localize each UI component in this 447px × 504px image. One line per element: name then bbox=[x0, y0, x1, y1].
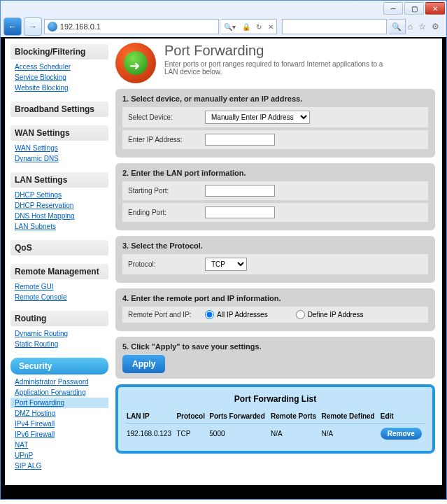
sidebar-link-sip-alg[interactable]: SIP ALG bbox=[10, 461, 108, 471]
col-protocol: Protocol bbox=[175, 410, 208, 424]
enter-ip-input[interactable] bbox=[205, 134, 275, 146]
address-bar[interactable]: 192.168.0.1 bbox=[44, 19, 219, 34]
sidebar-link-service-blocking[interactable]: Service Blocking bbox=[10, 72, 108, 83]
sidebar-link-dns-host-mapping[interactable]: DNS Host Mapping bbox=[10, 211, 108, 221]
page-frame: Blocking/FilteringAccess SchedulerServic… bbox=[1, 37, 446, 499]
select-device-dropdown[interactable]: Manually Enter IP Address bbox=[205, 111, 310, 124]
ie-icon bbox=[48, 22, 57, 31]
sidebar-link-ipv-firewall[interactable]: IPv4 Firewall bbox=[10, 419, 108, 429]
apply-button[interactable]: Apply bbox=[122, 355, 165, 373]
browser-window: ─ ▢ ✕ ← → 192.168.0.1 🔍▾ 🔒 ↻ ✕ 🔍 ⌂ ☆ ⚙ B… bbox=[0, 0, 447, 500]
maximize-button[interactable]: ▢ bbox=[404, 2, 424, 15]
port-forwarding-icon: ➜ bbox=[115, 43, 156, 83]
step5-panel: 5. Click "Apply" to save your settings. … bbox=[115, 337, 435, 379]
forwarding-table: LAN IP Protocol Ports Forwarded Remote P… bbox=[125, 410, 425, 444]
col-lanip: LAN IP bbox=[125, 410, 175, 424]
select-device-label: Select Device: bbox=[128, 113, 205, 121]
step1-title: 1. Select device, or manually enter an I… bbox=[122, 94, 428, 103]
page-subtitle: Enter ports or port ranges required to f… bbox=[164, 60, 388, 76]
sidebar-section-remote-management[interactable]: Remote Management bbox=[10, 264, 108, 279]
lock-icon: 🔒 bbox=[242, 23, 250, 31]
sidebar-link-administrator-password[interactable]: Administrator Password bbox=[10, 377, 108, 387]
stop-icon[interactable]: ✕ bbox=[268, 23, 274, 31]
sidebar-link-port-forwarding[interactable]: Port Forwarding bbox=[10, 398, 108, 408]
col-remote-def: Remote Defined bbox=[320, 410, 379, 424]
page-title: Port Forwarding bbox=[164, 43, 388, 59]
sidebar-link-static-routing[interactable]: Static Routing bbox=[10, 339, 108, 349]
all-ip-radio[interactable] bbox=[205, 310, 214, 319]
refresh-icon[interactable]: ↻ bbox=[256, 23, 262, 31]
sidebar-link-ipv-firewall[interactable]: IPv6 Firewall bbox=[10, 429, 108, 440]
page-header: ➜ Port Forwarding Enter ports or port ra… bbox=[115, 43, 435, 83]
enter-ip-label: Enter IP Address: bbox=[128, 136, 205, 144]
step1-panel: 1. Select device, or manually enter an I… bbox=[115, 89, 435, 158]
remove-button[interactable]: Remove bbox=[381, 428, 422, 440]
sidebar-section-lan-settings[interactable]: LAN Settings bbox=[10, 172, 108, 188]
step4-title: 4. Enter the remote port and IP informat… bbox=[122, 294, 428, 302]
protocol-dropdown[interactable]: TCP bbox=[205, 258, 247, 271]
starting-port-input[interactable] bbox=[205, 185, 275, 197]
table-row: 192.168.0.123 TCP 5000 N/A N/A Remove bbox=[125, 424, 425, 444]
url-text: 192.168.0.1 bbox=[60, 22, 101, 31]
gear-icon[interactable]: ⚙ bbox=[432, 22, 439, 31]
ending-port-input[interactable] bbox=[205, 206, 275, 218]
sidebar-link-upnp[interactable]: UPnP bbox=[10, 450, 108, 461]
browser-toolbar: ← → 192.168.0.1 🔍▾ 🔒 ↻ ✕ 🔍 ⌂ ☆ ⚙ bbox=[1, 16, 446, 37]
sidebar-link-remote-gui[interactable]: Remote GUI bbox=[10, 281, 108, 292]
sidebar-link-dmz-hosting[interactable]: DMZ Hosting bbox=[10, 408, 108, 419]
step3-title: 3. Select the Protocol. bbox=[122, 241, 428, 250]
list-title: Port Forwarding List bbox=[125, 394, 425, 404]
home-icon[interactable]: ⌂ bbox=[408, 22, 413, 31]
sidebar-link-remote-console[interactable]: Remote Console bbox=[10, 292, 108, 302]
sidebar-section-routing[interactable]: Routing bbox=[10, 311, 108, 326]
step4-panel: 4. Enter the remote port and IP informat… bbox=[115, 288, 435, 331]
sidebar-section-broadband-settings[interactable]: Broadband Settings bbox=[10, 102, 108, 117]
sidebar-link-lan-subnets[interactable]: LAN Subnets bbox=[10, 221, 108, 232]
sidebar-link-nat[interactable]: NAT bbox=[10, 440, 108, 450]
search-box[interactable] bbox=[282, 19, 387, 34]
define-ip-radio[interactable] bbox=[296, 310, 305, 319]
col-ports: Ports Forwarded bbox=[208, 410, 269, 424]
url-controls: 🔍▾ 🔒 ↻ ✕ bbox=[221, 19, 277, 34]
content: ➜ Port Forwarding Enter ports or port ra… bbox=[108, 38, 442, 485]
back-button[interactable]: ← bbox=[3, 18, 22, 36]
sidebar-link-website-blocking[interactable]: Website Blocking bbox=[10, 83, 108, 93]
sidebar-section-wan-settings[interactable]: WAN Settings bbox=[10, 125, 108, 141]
ending-port-label: Ending Port: bbox=[128, 209, 205, 216]
step5-title: 5. Click "Apply" to save your settings. bbox=[122, 342, 428, 351]
close-button[interactable]: ✕ bbox=[425, 2, 445, 15]
col-edit: Edit bbox=[379, 410, 425, 424]
favorites-icon[interactable]: ☆ bbox=[418, 22, 426, 31]
step2-panel: 2. Enter the LAN port information. Start… bbox=[115, 163, 435, 230]
sidebar-link-dynamic-routing[interactable]: Dynamic Routing bbox=[10, 328, 108, 339]
step3-panel: 3. Select the Protocol. Protocol: TCP bbox=[115, 236, 435, 283]
step2-title: 2. Enter the LAN port information. bbox=[122, 169, 428, 177]
remote-label: Remote Port and IP: bbox=[128, 311, 205, 318]
sidebar-link-access-scheduler[interactable]: Access Scheduler bbox=[10, 62, 108, 72]
forwarding-list-panel: Port Forwarding List LAN IP Protocol Por… bbox=[115, 384, 435, 454]
protocol-label: Protocol: bbox=[128, 260, 205, 268]
define-ip-option[interactable]: Define IP Address bbox=[296, 310, 364, 319]
minimize-button[interactable]: ─ bbox=[383, 2, 403, 15]
page: Blocking/FilteringAccess SchedulerServic… bbox=[5, 38, 442, 485]
sidebar-section-qos[interactable]: QoS bbox=[10, 240, 108, 255]
col-remote-ports: Remote Ports bbox=[269, 410, 320, 424]
starting-port-label: Starting Port: bbox=[128, 187, 205, 195]
forward-button[interactable]: → bbox=[24, 18, 42, 36]
sidebar-link-dhcp-reservation[interactable]: DHCP Reservation bbox=[10, 200, 108, 211]
search-button[interactable]: 🔍 bbox=[389, 19, 406, 34]
sidebar-link-dhcp-settings[interactable]: DHCP Settings bbox=[10, 190, 108, 200]
sidebar-link-wan-settings[interactable]: WAN Settings bbox=[10, 143, 108, 153]
window-titlebar: ─ ▢ ✕ bbox=[1, 1, 446, 16]
toolbar-right: ⌂ ☆ ⚙ bbox=[408, 22, 444, 31]
sidebar-link-dynamic-dns[interactable]: Dynamic DNS bbox=[10, 153, 108, 164]
sidebar: Blocking/FilteringAccess SchedulerServic… bbox=[5, 38, 108, 485]
sidebar-section-security[interactable]: Security bbox=[10, 358, 108, 374]
sidebar-section-blocking-filtering[interactable]: Blocking/Filtering bbox=[10, 44, 108, 59]
search-dropdown-icon[interactable]: 🔍▾ bbox=[224, 23, 236, 31]
all-ip-option[interactable]: All IP Addresses bbox=[205, 310, 268, 319]
sidebar-link-application-forwarding[interactable]: Application Forwarding bbox=[10, 387, 108, 398]
